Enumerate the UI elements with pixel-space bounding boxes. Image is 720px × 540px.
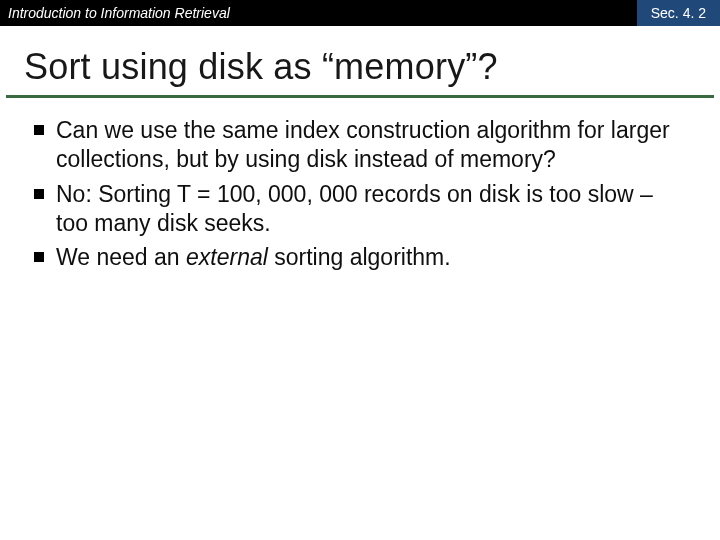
- course-title: Introduction to Information Retrieval: [0, 0, 230, 26]
- bullet-text-em: external: [186, 244, 268, 270]
- slide-body: Can we use the same index construction a…: [0, 98, 720, 272]
- section-badge: Sec. 4. 2: [637, 0, 720, 26]
- bullet-text: Can we use the same index construction a…: [56, 117, 670, 172]
- slide: Introduction to Information Retrieval Se…: [0, 0, 720, 540]
- list-item: No: Sorting T = 100, 000, 000 records on…: [30, 180, 690, 238]
- slide-title: Sort using disk as “memory”?: [0, 26, 720, 95]
- bullet-text: No: Sorting T = 100, 000, 000 records on…: [56, 181, 653, 236]
- topbar: Introduction to Information Retrieval Se…: [0, 0, 720, 26]
- list-item: We need an external sorting algorithm.: [30, 243, 690, 272]
- bullet-list: Can we use the same index construction a…: [30, 116, 690, 272]
- bullet-text-post: sorting algorithm.: [268, 244, 451, 270]
- list-item: Can we use the same index construction a…: [30, 116, 690, 174]
- bullet-text-pre: We need an: [56, 244, 186, 270]
